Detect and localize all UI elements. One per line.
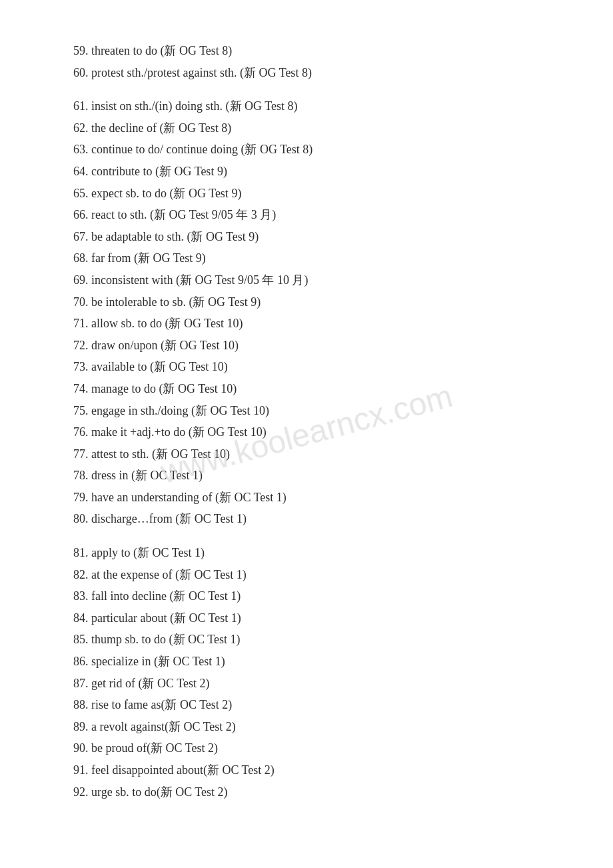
list-item: 61. insist on sth./(in) doing sth. (新 OG… [73,95,560,117]
list-item: 91. feel disappointed about(新 OC Test 2) [73,759,560,781]
list-item: 65. expect sb. to do (新 OG Test 9) [73,183,560,205]
list-item: 76. make it +adj.+to do (新 OG Test 10) [73,421,560,443]
list-item: 79. have an understanding of (新 OC Test … [73,487,560,509]
list-item: 60. protest sth./protest against sth. (新… [73,62,560,84]
list-item: 74. manage to do (新 OG Test 10) [73,378,560,400]
list-item: 69. inconsistent with (新 OG Test 9/05 年 … [73,269,560,291]
list-container: 59. threaten to do (新 OG Test 8)60. prot… [73,40,560,803]
list-item: 77. attest to sth. (新 OG Test 10) [73,443,560,465]
list-item: 80. discharge…from (新 OC Test 1) [73,508,560,530]
list-item: 64. contribute to (新 OG Test 9) [73,161,560,183]
list-item: 84. particular about (新 OC Test 1) [73,607,560,629]
list-item: 63. continue to do/ continue doing (新 OG… [73,139,560,161]
list-item: 70. be intolerable to sb. (新 OG Test 9) [73,291,560,313]
list-item: 89. a revolt against(新 OC Test 2) [73,716,560,738]
list-item: 59. threaten to do (新 OG Test 8) [73,40,560,62]
list-item: 81. apply to (新 OC Test 1) [73,542,560,564]
list-item: 92. urge sb. to do(新 OC Test 2) [73,781,560,803]
list-item: 71. allow sb. to do (新 OG Test 10) [73,313,560,335]
list-item: 82. at the expense of (新 OC Test 1) [73,564,560,586]
list-item: 85. thump sb. to do (新 OC Test 1) [73,629,560,651]
list-item: 67. be adaptable to sth. (新 OG Test 9) [73,226,560,248]
list-item: 90. be proud of(新 OC Test 2) [73,737,560,759]
list-item: 72. draw on/upon (新 OG Test 10) [73,335,560,357]
list-item: 78. dress in (新 OC Test 1) [73,465,560,487]
list-item: 86. specialize in (新 OC Test 1) [73,651,560,673]
list-item: 75. engage in sth./doing (新 OG Test 10) [73,400,560,422]
list-item: 66. react to sth. (新 OG Test 9/05 年 3 月) [73,204,560,226]
list-item: 62. the decline of (新 OG Test 8) [73,117,560,139]
list-item: 88. rise to fame as(新 OC Test 2) [73,694,560,716]
list-item: 83. fall into decline (新 OC Test 1) [73,585,560,607]
list-item: 73. available to (新 OG Test 10) [73,356,560,378]
list-item: 87. get rid of (新 OC Test 2) [73,673,560,695]
list-item: 68. far from (新 OG Test 9) [73,247,560,269]
